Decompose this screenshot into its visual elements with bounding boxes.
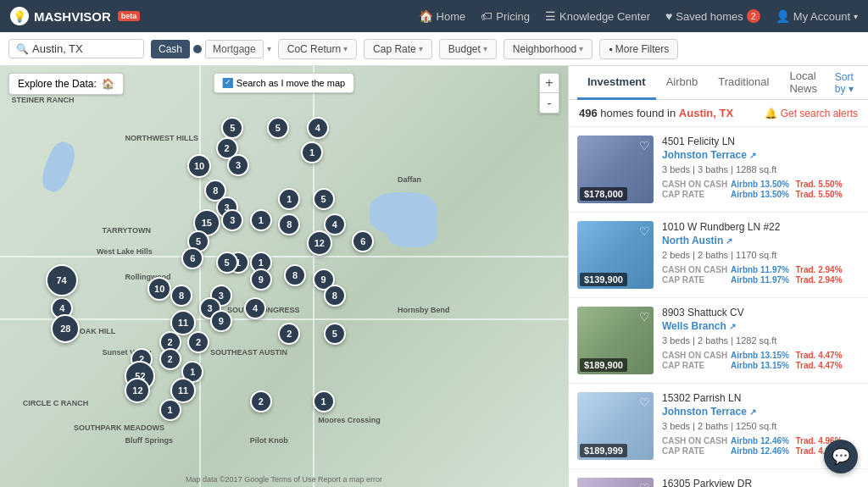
search-as-move-label: Search as I move the map [236, 78, 345, 88]
nav-saved[interactable]: ♥ Saved homes 2 [665, 9, 760, 23]
map-pin-p23[interactable]: 5 [216, 252, 238, 274]
chevron-down-icon: ▾ [854, 12, 858, 21]
price-tag-2: $139,900 [580, 273, 627, 286]
map-pin-p6[interactable]: 3 [227, 154, 249, 176]
search-move-checkbox[interactable] [223, 78, 233, 88]
map-pin-p15[interactable]: 8 [278, 213, 300, 235]
property-neighborhood-2[interactable]: North Austin ↗ [662, 235, 860, 246]
sort-by-btn[interactable]: Sort by ▾ [835, 71, 860, 95]
favorite-icon-1[interactable]: ♡ [639, 139, 650, 152]
property-card-2[interactable]: $139,900 ♡ 1010 W Rundberg LN #22 North … [569, 213, 868, 298]
coc-airbnb-3: Airbnb 13.15% [731, 351, 795, 360]
nav-pricing-label: Pricing [496, 10, 530, 23]
mortgage-toggle[interactable]: Mortgage [205, 40, 264, 58]
map-attribution: Map data ©2017 Google Terms of Use Repor… [186, 475, 382, 484]
cap-airbnb-3: Airbnb 13.15% [731, 361, 795, 370]
map-pin-p41[interactable]: 2 [278, 323, 300, 345]
property-specs-2: 2 beds | 2 baths | 1170 sq.ft [662, 250, 860, 260]
map-pin-p10[interactable]: 1 [278, 188, 300, 210]
cash-toggle[interactable]: Cash [151, 40, 190, 58]
map-pin-p24[interactable]: 8 [284, 264, 306, 286]
price-tag-4: $189,999 [580, 444, 627, 457]
map-pin-p3[interactable]: 4 [307, 117, 329, 139]
cap-label-1: CAP RATE [662, 190, 730, 199]
map-pin-p32[interactable]: 4 [244, 297, 266, 319]
map-pin-p36[interactable]: 28 [51, 314, 80, 343]
map-pin-p34[interactable]: 9 [210, 310, 232, 332]
location-input[interactable]: 🔍 Austin, TX [8, 39, 144, 58]
chat-bubble[interactable]: 💬 [824, 440, 858, 473]
map-pin-p45[interactable]: 74 [46, 264, 78, 296]
property-address-2: 1010 W Rundberg LN #22 [662, 221, 860, 233]
coc-label-1: CASH ON CASH [662, 180, 730, 189]
cap-rate-label: Cap Rate [373, 43, 416, 55]
more-filters-label: ▪ More Filters [609, 43, 669, 55]
budget-label: Budget [448, 43, 481, 55]
map-label-westlake: West Lake Hills [97, 247, 153, 256]
search-as-move[interactable]: Search as I move the map [214, 73, 354, 93]
explore-data-btn[interactable]: Explore the Data: 🏠 [8, 73, 124, 95]
cap-airbnb-4: Airbnb 12.46% [731, 446, 795, 456]
cap-label-4: CAP RATE [662, 446, 730, 456]
map-pin-p2[interactable]: 5 [267, 117, 289, 139]
map-pin-p49[interactable]: 1 [159, 399, 181, 421]
map-pin-p25[interactable]: 9 [250, 268, 272, 291]
more-filters[interactable]: ▪ More Filters [599, 39, 678, 59]
map-pin-p38[interactable]: 2 [187, 331, 209, 353]
favorite-icon-5[interactable]: ♡ [639, 481, 650, 487]
map-pin-p5[interactable]: 10 [187, 154, 211, 178]
neighborhood-label: Neighborhood [513, 43, 576, 55]
cap-label-2: CAP RATE [662, 275, 730, 285]
map-pin-p50[interactable]: 2 [250, 390, 272, 412]
map-pin-p19[interactable]: 6 [352, 230, 374, 252]
property-address-5: 16305 Parkview DR [662, 478, 860, 487]
zoom-out-btn[interactable]: - [539, 93, 559, 113]
property-neighborhood-1[interactable]: Johnston Terrace ↗ [662, 149, 860, 161]
price-tag-3: $189,900 [580, 358, 627, 372]
tab-traditional[interactable]: Traditional [708, 66, 779, 100]
budget-filter[interactable]: Budget ▾ [439, 39, 497, 59]
map-pin-p11[interactable]: 5 [313, 188, 335, 210]
coc-return-filter[interactable]: CoC Return ▾ [278, 39, 357, 59]
map-pin-p27[interactable]: 8 [324, 285, 346, 307]
logo[interactable]: 💡 MASHVISOR beta [10, 7, 140, 25]
cap-rate-filter[interactable]: Cap Rate ▾ [364, 39, 432, 59]
map-pin-p18[interactable]: 12 [307, 230, 332, 256]
property-card-3[interactable]: $189,900 ♡ 8903 Shattuck CV Wells Branch… [569, 298, 868, 384]
neighborhood-filter[interactable]: Neighborhood ▾ [504, 39, 593, 59]
search-alerts-btn[interactable]: 🔔 Get search alerts [765, 108, 858, 119]
property-card-1[interactable]: $178,000 ♡ 4501 Felicity LN Johnston Ter… [569, 127, 868, 213]
favorite-icon-3[interactable]: ♡ [639, 310, 650, 324]
property-card-5[interactable]: $185,000 ♡ 16305 Parkview DR Wells Branc… [569, 469, 868, 487]
map-pin-p30[interactable]: 8 [170, 285, 192, 307]
results-header: 496 homes found in Austin, TX 🔔 Get sear… [569, 100, 868, 127]
nav-knowledge[interactable]: ☰ Knowledge Center [545, 9, 650, 23]
favorite-icon-4[interactable]: ♡ [639, 396, 650, 409]
map-pin-p46[interactable]: 12 [125, 378, 150, 403]
property-neighborhood-4[interactable]: Johnston Terrace ↗ [662, 406, 860, 418]
zoom-controls: + - [539, 73, 559, 113]
map-pin-p1[interactable]: 5 [221, 117, 243, 139]
tab-airbnb[interactable]: Airbnb [656, 66, 709, 100]
nav-account[interactable]: 👤 My Account ▾ [776, 9, 858, 23]
map-pin-p14[interactable]: 1 [250, 209, 272, 231]
nav-pricing[interactable]: 🏷 Pricing [481, 9, 530, 23]
property-neighborhood-3[interactable]: Wells Branch ↗ [662, 320, 860, 332]
chat-icon: 💬 [832, 447, 850, 466]
nav-home-label: Home [437, 10, 466, 23]
nav-home[interactable]: 🏠 Home [419, 9, 466, 23]
map-pin-p42[interactable]: 5 [324, 323, 346, 345]
map-pin-p20[interactable]: 6 [181, 247, 203, 269]
map-pin-p13[interactable]: 3 [221, 209, 243, 231]
map-pin-p39[interactable]: 2 [159, 348, 181, 370]
tab-investment[interactable]: Investment [577, 66, 656, 100]
map-pin-p48[interactable]: 1 [313, 390, 335, 412]
property-address-4: 15302 Parrish LN [662, 392, 860, 404]
zoom-in-btn[interactable]: + [539, 73, 559, 93]
favorite-icon-2[interactable]: ♡ [639, 224, 650, 238]
map-pin-p7[interactable]: 1 [301, 141, 323, 163]
map-pin-p28[interactable]: 10 [147, 277, 171, 301]
coc-trad-2: Trad. 2.94% [796, 265, 860, 274]
saved-badge: 2 [747, 9, 760, 23]
tab-local-news[interactable]: Local News [779, 66, 834, 100]
